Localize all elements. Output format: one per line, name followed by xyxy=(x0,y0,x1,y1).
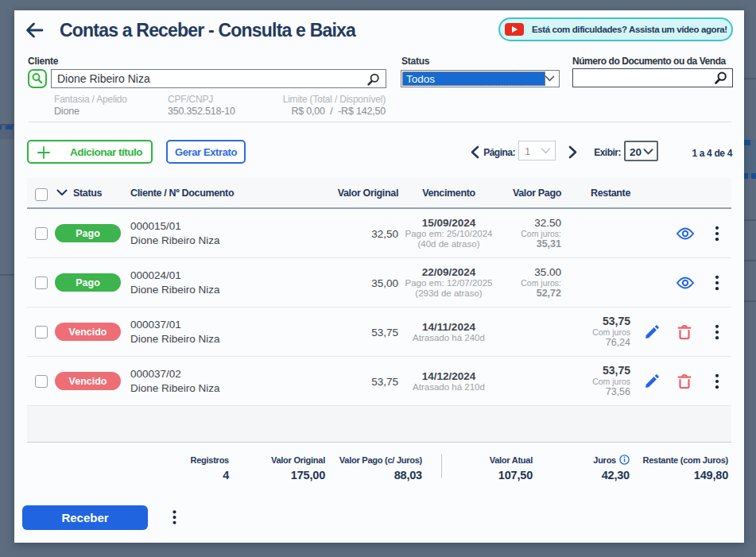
page-select[interactable]: 1 xyxy=(518,141,556,161)
back-button[interactable] xyxy=(25,21,44,40)
backdrop-right-dash-1 xyxy=(744,140,750,145)
pagina-label: Página: xyxy=(483,147,515,158)
exibir-label: Exibir: xyxy=(594,147,621,158)
client-search-input[interactable] xyxy=(57,70,367,87)
chevron-down-icon xyxy=(643,149,653,155)
chevron-right-icon xyxy=(568,145,578,159)
help-badge-text: Está com dificuldades? Assista um vídeo … xyxy=(532,25,727,34)
vencimento-sub2: (293d de atraso) xyxy=(401,288,496,299)
kebab-menu-icon xyxy=(715,324,719,339)
row-checkbox[interactable] xyxy=(35,326,48,338)
gerar-extrato-button[interactable]: Gerar Extrato xyxy=(166,140,246,164)
select-all-checkbox[interactable] xyxy=(35,188,48,201)
documento-number: 000037/01 xyxy=(130,318,318,332)
row-checkbox[interactable] xyxy=(35,227,48,240)
status-badge: Vencido xyxy=(55,323,121,341)
info-icon-svg xyxy=(619,454,630,465)
cliente-name: Dione Ribeiro Niza xyxy=(130,234,318,248)
valor-original-value: 53,75 xyxy=(371,327,398,338)
vencimento-date: 14/11/2024 xyxy=(401,321,496,333)
chevron-down-icon[interactable] xyxy=(56,189,68,196)
trash-icon xyxy=(678,324,692,339)
pencil-icon xyxy=(645,373,660,389)
backdrop-right-line-2 xyxy=(744,219,756,221)
summary-registros: Registros 4 xyxy=(191,454,230,482)
backdrop-right-block xyxy=(744,140,756,178)
client-search-button[interactable] xyxy=(28,69,47,88)
view-button[interactable] xyxy=(677,277,695,289)
chevron-left-icon xyxy=(470,145,479,159)
receber-button[interactable]: Receber xyxy=(22,505,148,530)
header-restante: Restante xyxy=(564,188,634,199)
youtube-icon xyxy=(505,23,524,36)
help-video-badge[interactable]: Está com dificuldades? Assista um vídeo … xyxy=(498,17,733,41)
eye-icon xyxy=(677,277,695,289)
row-menu-button[interactable] xyxy=(715,324,719,339)
screen: Contas a Receber - Consulta e Baixa Está… xyxy=(0,0,756,557)
kebab-menu-icon xyxy=(715,275,719,290)
row-checkbox[interactable] xyxy=(35,375,48,388)
table-header-row: Status Cliente / Nº Documento Valor Orig… xyxy=(27,178,731,209)
table-row: Vencido 000037/01 Dione Ribeiro Niza 53,… xyxy=(27,308,731,357)
restante-juros-label: Com juros xyxy=(564,327,630,337)
backdrop-left-dash-1 xyxy=(0,126,2,130)
pencil-icon xyxy=(645,324,660,339)
row-menu-button[interactable] xyxy=(715,226,719,241)
cpf-label: CPF/CNPJ xyxy=(168,94,213,105)
vencimento-sub1: Atrasado há 240d xyxy=(401,333,496,343)
valor-pago-juros-value: 52,72 xyxy=(496,288,561,299)
limite-value: R$ 0,00 / -R$ 142,50 xyxy=(291,106,386,117)
summary-valor-atual: Valor Atual 107,50 xyxy=(490,454,533,482)
documento-number: 000015/01 xyxy=(130,219,318,234)
pagination-range-text: 1 a 4 de 4 xyxy=(692,148,732,159)
backdrop-right-line-4 xyxy=(744,300,756,302)
client-input-wrap xyxy=(51,69,386,88)
backdrop-right-dash-2 xyxy=(744,173,748,179)
previous-page-button[interactable] xyxy=(470,145,479,162)
header-vencimento: Vencimento xyxy=(401,188,496,199)
edit-button[interactable] xyxy=(645,324,660,339)
adicionar-titulo-label: Adicionar título xyxy=(70,146,142,158)
valor-original-value: 32,50 xyxy=(371,228,398,240)
valor-original-value: 53,75 xyxy=(371,376,398,388)
delete-button[interactable] xyxy=(678,373,692,389)
limite-label: Limite (Total / Disponível) xyxy=(283,94,386,105)
table-row: Vencido 000037/02 Dione Ribeiro Niza 53,… xyxy=(27,357,731,406)
documento-number: 000024/01 xyxy=(130,269,318,283)
status-badge: Pago xyxy=(55,273,121,292)
summary-valor-original: Valor Original 175,00 xyxy=(271,454,325,482)
valor-pago-value: 35.00 xyxy=(496,266,561,278)
fantasia-label: Fantasia / Apelido xyxy=(54,94,127,105)
next-page-button[interactable] xyxy=(568,145,578,162)
summary-restante: Restante (com Juros) 149,80 xyxy=(643,454,728,482)
cpf-value: 350.352.518-10 xyxy=(168,106,235,117)
row-menu-button[interactable] xyxy=(715,275,719,290)
status-select[interactable]: Todos xyxy=(401,70,560,87)
documento-search-input[interactable] xyxy=(578,69,713,86)
info-icon[interactable] xyxy=(619,454,630,467)
restante-juros-value: 73,56 xyxy=(564,386,630,397)
exibir-select[interactable]: 20 xyxy=(624,141,658,161)
chevron-down-icon xyxy=(541,148,551,154)
footer-menu-button[interactable] xyxy=(165,508,184,527)
view-button[interactable] xyxy=(677,227,695,240)
kebab-menu-icon xyxy=(173,510,176,524)
backdrop-right-line-1 xyxy=(744,78,756,79)
table-row: Pago 000015/01 Dione Ribeiro Niza 32,50 … xyxy=(27,209,731,258)
row-checkbox[interactable] xyxy=(35,277,48,289)
restante-juros-value: 76,24 xyxy=(564,337,630,348)
backdrop-right-line-3 xyxy=(744,260,756,261)
cliente-label: Cliente xyxy=(28,56,58,67)
delete-button[interactable] xyxy=(678,324,692,339)
vencimento-sub1: Atrasado há 210d xyxy=(401,382,496,393)
info-divider xyxy=(29,122,731,122)
header-cliente: Cliente / Nº Documento xyxy=(127,188,318,199)
row-menu-button[interactable] xyxy=(715,373,719,389)
cliente-name: Dione Ribeiro Niza xyxy=(130,283,318,297)
edit-button[interactable] xyxy=(645,373,660,389)
adicionar-titulo-button[interactable]: Adicionar título xyxy=(27,140,153,164)
documento-label: Número do Documento ou da Venda xyxy=(572,56,726,67)
cliente-name: Dione Ribeiro Niza xyxy=(130,332,318,346)
valor-pago-value: 32.50 xyxy=(496,217,561,229)
summary-juros: Juros 42,30 xyxy=(593,454,630,482)
